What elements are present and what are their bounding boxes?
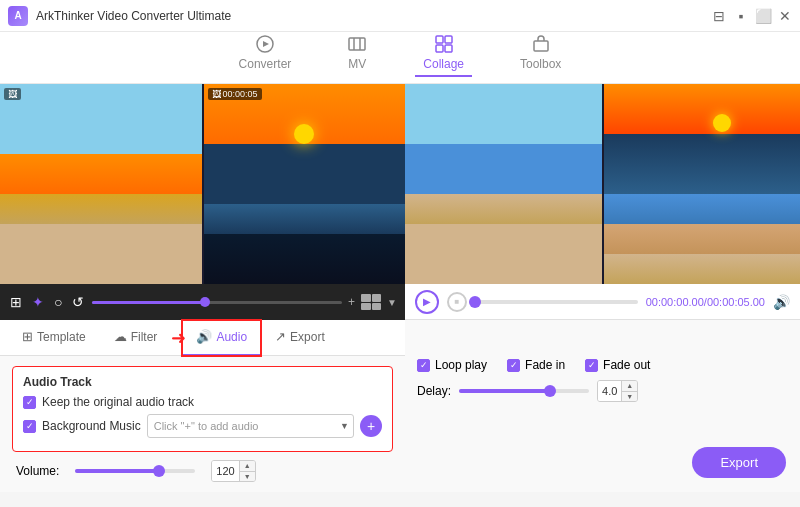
nav-tabs: Converter MV Collage Toolbox — [0, 32, 800, 84]
settings-button[interactable]: ○ — [52, 292, 64, 312]
keep-original-row: Keep the original audio track — [23, 395, 382, 409]
svg-marker-1 — [263, 41, 269, 47]
svg-rect-5 — [436, 36, 443, 43]
progress-fill — [92, 301, 204, 304]
loop-play-label: Loop play — [435, 358, 487, 372]
volume-input[interactable]: 120 ▲ ▼ — [211, 460, 255, 482]
title-bar: A ArkThinker Video Converter Ultimate ⊟ … — [0, 0, 800, 32]
delay-up-button[interactable]: ▲ — [622, 381, 637, 392]
background-music-row: Background Music Click "+" to add audio … — [23, 414, 382, 438]
volume-row: Volume: 120 ▲ ▼ — [12, 460, 393, 482]
collage-cell-4[interactable] — [604, 84, 801, 284]
audio-speaker-icon: 🔊 — [196, 329, 212, 344]
progress-track — [92, 301, 342, 304]
tab-template[interactable]: ⊞ Template — [8, 320, 100, 356]
time-display: 00:00:00.00/00:00:05.00 — [646, 296, 765, 308]
fade-in-item: Fade in — [507, 358, 565, 372]
total-time: 00:00:05.00 — [707, 296, 765, 308]
playback-progress-thumb — [469, 296, 481, 308]
tab-mv-label: MV — [348, 57, 366, 71]
svg-rect-7 — [436, 45, 443, 52]
export-button[interactable]: Export — [692, 447, 786, 478]
keep-original-label: Keep the original audio track — [42, 395, 194, 409]
dropdown-arrow-icon[interactable]: ▼ — [387, 297, 397, 308]
window-grid-button[interactable]: ▪ — [734, 9, 748, 23]
template-icon: ⊞ — [22, 329, 33, 344]
sun-graphic-2 — [713, 114, 731, 132]
delay-value: 4.0 — [598, 381, 621, 401]
tab-mv[interactable]: MV — [339, 34, 375, 77]
audio-track-title: Audio Track — [23, 375, 382, 389]
left-pane: 🖼 🖼 00:00:05 ⊞ ✦ ○ ↺ — [0, 84, 405, 492]
svg-rect-9 — [534, 41, 548, 51]
keep-original-checkbox[interactable] — [23, 396, 36, 409]
background-music-label: Background Music — [42, 419, 141, 433]
right-pane: ▶ ■ 00:00:00.00/00:00:05.00 🔊 Loop play — [405, 84, 800, 492]
svg-rect-2 — [349, 38, 365, 50]
playback-progress-bar[interactable] — [475, 300, 638, 304]
volume-value: 120 — [212, 461, 238, 481]
window-controls: ⊟ ▪ ⬜ ✕ — [712, 9, 792, 23]
tab-export-label: Export — [290, 330, 325, 344]
delay-spinners: ▲ ▼ — [621, 381, 637, 401]
right-playback-row: ▶ ■ 00:00:00.00/00:00:05.00 🔊 — [405, 284, 800, 320]
tab-export[interactable]: ↗ Export — [261, 320, 339, 356]
stop-button[interactable]: ■ — [447, 292, 467, 312]
tab-converter[interactable]: Converter — [231, 34, 300, 77]
tab-toolbox[interactable]: Toolbox — [512, 34, 569, 77]
media-badge-1: 🖼 — [4, 88, 21, 100]
app-logo: A — [8, 6, 28, 26]
tab-audio[interactable]: 🔊 Audio — [182, 320, 261, 356]
delay-input[interactable]: 4.0 ▲ ▼ — [597, 380, 638, 402]
editor-tabs: ⊞ Template ☁ Filter ➜ 🔊 Audio ↗ Export — [0, 320, 405, 356]
volume-up-button[interactable]: ▲ — [240, 461, 255, 472]
volume-fill — [75, 469, 159, 473]
tab-filter-label: Filter — [131, 330, 158, 344]
tab-filter[interactable]: ☁ Filter — [100, 320, 172, 356]
app-title: ArkThinker Video Converter Ultimate — [36, 9, 712, 23]
filter-cloud-icon: ☁ — [114, 329, 127, 344]
video-controls-bar: ⊞ ✦ ○ ↺ + ▼ — [0, 284, 405, 320]
loop-fade-options: Loop play Fade in Fade out — [417, 358, 788, 372]
collage-preview-right — [405, 84, 800, 284]
collage-cell-3[interactable] — [405, 84, 602, 284]
fade-out-checkbox[interactable] — [585, 359, 598, 372]
playback-volume-icon[interactable]: 🔊 — [773, 294, 790, 310]
layout-grid-button[interactable]: ⊞ — [8, 292, 24, 312]
fade-out-label: Fade out — [603, 358, 650, 372]
preview-image-4 — [604, 84, 801, 284]
volume-icon[interactable]: + — [348, 295, 355, 309]
star-button[interactable]: ✦ — [30, 292, 46, 312]
window-minimize-button[interactable]: ⊟ — [712, 9, 726, 23]
window-close-button[interactable]: ✕ — [778, 9, 792, 23]
timestamp-badge: 🖼 00:00:05 — [208, 88, 262, 100]
volume-slider[interactable] — [75, 469, 195, 473]
collage-cell-1[interactable]: 🖼 — [0, 84, 202, 284]
background-music-checkbox[interactable] — [23, 420, 36, 433]
loop-play-checkbox[interactable] — [417, 359, 430, 372]
delay-fill — [459, 389, 550, 393]
progress-slider[interactable] — [92, 301, 342, 304]
fade-out-item: Fade out — [585, 358, 650, 372]
grid-display-button[interactable] — [361, 294, 381, 310]
add-audio-button[interactable]: + — [360, 415, 382, 437]
tab-collage[interactable]: Collage — [415, 34, 472, 77]
delay-label: Delay: — [417, 384, 451, 398]
tab-converter-label: Converter — [239, 57, 292, 71]
collage-preview-left: 🖼 🖼 00:00:05 — [0, 84, 405, 284]
preview-image-3 — [405, 84, 602, 284]
rotate-button[interactable]: ↺ — [70, 292, 86, 312]
delay-slider[interactable] — [459, 389, 589, 393]
window-maximize-button[interactable]: ⬜ — [756, 9, 770, 23]
audio-track-box: Audio Track Keep the original audio trac… — [12, 366, 393, 452]
delay-down-button[interactable]: ▼ — [622, 392, 637, 402]
tab-template-label: Template — [37, 330, 86, 344]
right-controls-area: Loop play Fade in Fade out Delay: — [405, 320, 800, 492]
main-layout: 🖼 🖼 00:00:05 ⊞ ✦ ○ ↺ — [0, 84, 800, 492]
fade-in-checkbox[interactable] — [507, 359, 520, 372]
sun-graphic-1 — [294, 124, 314, 144]
play-button[interactable]: ▶ — [415, 290, 439, 314]
volume-down-button[interactable]: ▼ — [240, 472, 255, 482]
background-music-dropdown[interactable]: Click "+" to add audio ▼ — [147, 414, 354, 438]
collage-cell-2[interactable]: 🖼 00:00:05 — [204, 84, 406, 284]
